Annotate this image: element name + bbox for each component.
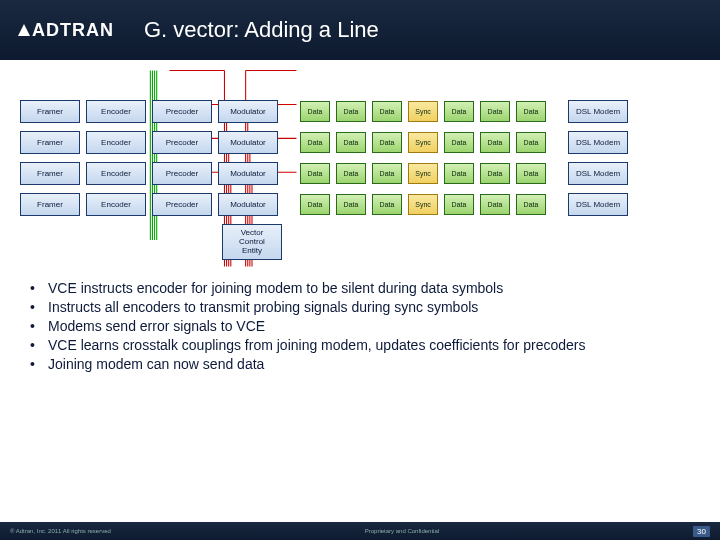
- data-cell: Data: [300, 163, 330, 184]
- diagram-area: FramerEncoderPrecoderModulatorDataDataDa…: [0, 60, 720, 270]
- data-cell: Data: [516, 101, 546, 122]
- modulator-box: Modulator: [218, 193, 278, 216]
- data-cell: Data: [336, 163, 366, 184]
- encoder-box: Encoder: [86, 162, 146, 185]
- modulator-box: Modulator: [218, 162, 278, 185]
- data-cell: Data: [480, 194, 510, 215]
- data-cell: Data: [480, 163, 510, 184]
- page-number: 30: [693, 526, 710, 537]
- sync-cell: Sync: [408, 163, 438, 184]
- logo: ADTRAN: [18, 20, 114, 41]
- data-cell: Data: [516, 194, 546, 215]
- footer-left: ® Adtran, Inc. 2011 All rights reserved: [10, 528, 111, 534]
- data-cell: Data: [444, 101, 474, 122]
- vce-box: Vector Control Entity: [222, 224, 282, 260]
- data-cell: Data: [444, 163, 474, 184]
- framer-box: Framer: [20, 100, 80, 123]
- logo-text: ADTRAN: [32, 20, 114, 41]
- precoder-box: Precoder: [152, 162, 212, 185]
- data-cell: Data: [480, 132, 510, 153]
- data-cell: Data: [516, 132, 546, 153]
- data-cell: Data: [516, 163, 546, 184]
- slide-footer: ® Adtran, Inc. 2011 All rights reserved …: [0, 522, 720, 540]
- data-cell: Data: [444, 194, 474, 215]
- precoder-box: Precoder: [152, 100, 212, 123]
- precoder-box: Precoder: [152, 193, 212, 216]
- data-cell: Data: [300, 132, 330, 153]
- data-cell: Data: [336, 132, 366, 153]
- logo-triangle-icon: [18, 24, 30, 36]
- footer-center: Proprietary and Confidential: [365, 528, 439, 534]
- data-cell: Data: [300, 101, 330, 122]
- data-cell: Data: [336, 101, 366, 122]
- modulator-box: Modulator: [218, 131, 278, 154]
- pipeline-row: FramerEncoderPrecoderModulatorDataDataDa…: [20, 131, 700, 154]
- bullet-item: Instructs all encoders to transmit probi…: [30, 299, 690, 315]
- bullet-item: Modems send error signals to VCE: [30, 318, 690, 334]
- pipeline-row: FramerEncoderPrecoderModulatorDataDataDa…: [20, 100, 700, 123]
- slide-header: ADTRAN G. vector: Adding a Line: [0, 0, 720, 60]
- dsl-modem-box: DSL Modem: [568, 162, 628, 185]
- bullet-item: Joining modem can now send data: [30, 356, 690, 372]
- bullet-item: VCE instructs encoder for joining modem …: [30, 280, 690, 296]
- data-cell: Data: [372, 101, 402, 122]
- data-cell: Data: [372, 132, 402, 153]
- bullet-list: VCE instructs encoder for joining modem …: [0, 270, 720, 372]
- data-cell: Data: [336, 194, 366, 215]
- data-cell: Data: [444, 132, 474, 153]
- data-cell: Data: [372, 194, 402, 215]
- dsl-modem-box: DSL Modem: [568, 193, 628, 216]
- sync-cell: Sync: [408, 132, 438, 153]
- pipeline-row: FramerEncoderPrecoderModulatorDataDataDa…: [20, 162, 700, 185]
- data-cell: Data: [480, 101, 510, 122]
- sync-cell: Sync: [408, 194, 438, 215]
- bullet-item: VCE learns crosstalk couplings from join…: [30, 337, 690, 353]
- dsl-modem-box: DSL Modem: [568, 100, 628, 123]
- encoder-box: Encoder: [86, 131, 146, 154]
- data-cell: Data: [300, 194, 330, 215]
- modulator-box: Modulator: [218, 100, 278, 123]
- pipeline-row: FramerEncoderPrecoderModulatorDataDataDa…: [20, 193, 700, 216]
- framer-box: Framer: [20, 162, 80, 185]
- slide-title: G. vector: Adding a Line: [144, 17, 379, 43]
- framer-box: Framer: [20, 131, 80, 154]
- vce-line: Entity: [229, 247, 275, 256]
- encoder-box: Encoder: [86, 100, 146, 123]
- data-cell: Data: [372, 163, 402, 184]
- dsl-modem-box: DSL Modem: [568, 131, 628, 154]
- sync-cell: Sync: [408, 101, 438, 122]
- encoder-box: Encoder: [86, 193, 146, 216]
- precoder-box: Precoder: [152, 131, 212, 154]
- framer-box: Framer: [20, 193, 80, 216]
